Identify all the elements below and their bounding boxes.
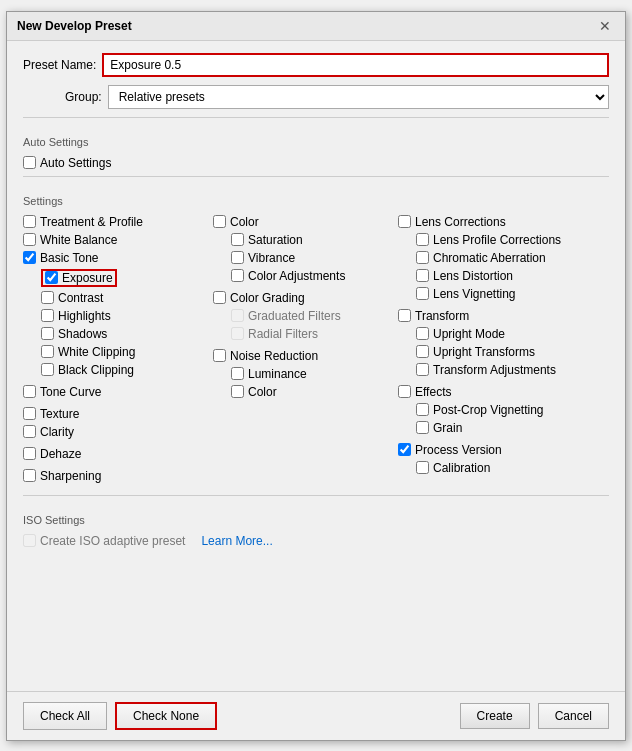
vibrance-label[interactable]: Vibrance bbox=[248, 251, 295, 265]
contrast-label[interactable]: Contrast bbox=[58, 291, 103, 305]
upright-transforms-label[interactable]: Upright Transforms bbox=[433, 345, 535, 359]
color-nr-label[interactable]: Color bbox=[248, 385, 277, 399]
upright-transforms-checkbox[interactable] bbox=[416, 345, 429, 358]
settings-col2: Color Saturation Vibrance Color Adjustme… bbox=[213, 213, 398, 485]
dehaze-label[interactable]: Dehaze bbox=[40, 447, 81, 461]
auto-settings-row: Auto Settings bbox=[23, 154, 609, 172]
treatment-profile-label[interactable]: Treatment & Profile bbox=[40, 215, 143, 229]
sharpening-label[interactable]: Sharpening bbox=[40, 469, 101, 483]
preset-name-input[interactable] bbox=[102, 53, 609, 77]
create-button[interactable]: Create bbox=[460, 703, 530, 729]
lens-distortion-row: Lens Distortion bbox=[416, 267, 609, 285]
lens-vignetting-checkbox[interactable] bbox=[416, 287, 429, 300]
effects-label[interactable]: Effects bbox=[415, 385, 451, 399]
color-adjustments-checkbox[interactable] bbox=[231, 269, 244, 282]
contrast-checkbox[interactable] bbox=[41, 291, 54, 304]
saturation-label[interactable]: Saturation bbox=[248, 233, 303, 247]
clarity-label[interactable]: Clarity bbox=[40, 425, 74, 439]
calibration-checkbox[interactable] bbox=[416, 461, 429, 474]
transform-adjustments-label[interactable]: Transform Adjustments bbox=[433, 363, 556, 377]
white-clipping-label[interactable]: White Clipping bbox=[58, 345, 135, 359]
close-button[interactable]: ✕ bbox=[595, 18, 615, 34]
group-select[interactable]: Relative presets User Presets Default bbox=[108, 85, 609, 109]
noise-reduction-label[interactable]: Noise Reduction bbox=[230, 349, 318, 363]
vibrance-checkbox[interactable] bbox=[231, 251, 244, 264]
exposure-row: Exposure bbox=[41, 267, 213, 289]
highlights-checkbox[interactable] bbox=[41, 309, 54, 322]
effects-row: Effects bbox=[398, 383, 609, 401]
post-crop-vignetting-checkbox[interactable] bbox=[416, 403, 429, 416]
cancel-button[interactable]: Cancel bbox=[538, 703, 609, 729]
create-iso-checkbox[interactable] bbox=[23, 534, 36, 547]
color-adjustments-label[interactable]: Color Adjustments bbox=[248, 269, 345, 283]
basic-tone-label[interactable]: Basic Tone bbox=[40, 251, 98, 265]
check-none-button[interactable]: Check None bbox=[115, 702, 217, 730]
check-all-button[interactable]: Check All bbox=[23, 702, 107, 730]
learn-more-link[interactable]: Learn More... bbox=[201, 534, 272, 548]
upright-transforms-row: Upright Transforms bbox=[416, 343, 609, 361]
white-clipping-checkbox[interactable] bbox=[41, 345, 54, 358]
texture-label[interactable]: Texture bbox=[40, 407, 79, 421]
dialog-window: New Develop Preset ✕ Preset Name: Group:… bbox=[6, 11, 626, 741]
chromatic-aberration-label[interactable]: Chromatic Aberration bbox=[433, 251, 546, 265]
chromatic-aberration-checkbox[interactable] bbox=[416, 251, 429, 264]
transform-label[interactable]: Transform bbox=[415, 309, 469, 323]
color-grading-label[interactable]: Color Grading bbox=[230, 291, 305, 305]
upright-mode-label[interactable]: Upright Mode bbox=[433, 327, 505, 341]
white-balance-checkbox[interactable] bbox=[23, 233, 36, 246]
color-nr-row: Color bbox=[231, 383, 398, 401]
basic-tone-checkbox[interactable] bbox=[23, 251, 36, 264]
lens-profile-checkbox[interactable] bbox=[416, 233, 429, 246]
shadows-label[interactable]: Shadows bbox=[58, 327, 107, 341]
lens-distortion-label[interactable]: Lens Distortion bbox=[433, 269, 513, 283]
grain-checkbox[interactable] bbox=[416, 421, 429, 434]
color-nr-checkbox[interactable] bbox=[231, 385, 244, 398]
tone-curve-label[interactable]: Tone Curve bbox=[40, 385, 101, 399]
grain-label[interactable]: Grain bbox=[433, 421, 462, 435]
calibration-label[interactable]: Calibration bbox=[433, 461, 490, 475]
highlights-label[interactable]: Highlights bbox=[58, 309, 111, 323]
black-clipping-label[interactable]: Black Clipping bbox=[58, 363, 134, 377]
upright-mode-checkbox[interactable] bbox=[416, 327, 429, 340]
shadows-checkbox[interactable] bbox=[41, 327, 54, 340]
group-row: Group: Relative presets User Presets Def… bbox=[65, 85, 609, 109]
treatment-profile-checkbox[interactable] bbox=[23, 215, 36, 228]
color-label[interactable]: Color bbox=[230, 215, 259, 229]
luminance-label[interactable]: Luminance bbox=[248, 367, 307, 381]
effects-checkbox[interactable] bbox=[398, 385, 411, 398]
auto-settings-checkbox[interactable] bbox=[23, 156, 36, 169]
lens-corrections-label[interactable]: Lens Corrections bbox=[415, 215, 506, 229]
luminance-checkbox[interactable] bbox=[231, 367, 244, 380]
white-balance-label[interactable]: White Balance bbox=[40, 233, 117, 247]
preset-name-label: Preset Name: bbox=[23, 58, 96, 72]
noise-reduction-checkbox[interactable] bbox=[213, 349, 226, 362]
auto-settings-label[interactable]: Auto Settings bbox=[40, 156, 111, 170]
radial-filters-label: Radial Filters bbox=[248, 327, 318, 341]
color-adjustments-row: Color Adjustments bbox=[231, 267, 398, 285]
radial-filters-checkbox[interactable] bbox=[231, 327, 244, 340]
clarity-checkbox[interactable] bbox=[23, 425, 36, 438]
graduated-filters-row: Graduated Filters bbox=[231, 307, 398, 325]
texture-checkbox[interactable] bbox=[23, 407, 36, 420]
process-version-checkbox[interactable] bbox=[398, 443, 411, 456]
transform-row: Transform bbox=[398, 307, 609, 325]
saturation-checkbox[interactable] bbox=[231, 233, 244, 246]
lens-distortion-checkbox[interactable] bbox=[416, 269, 429, 282]
post-crop-vignetting-row: Post-Crop Vignetting bbox=[416, 401, 609, 419]
sharpening-checkbox[interactable] bbox=[23, 469, 36, 482]
black-clipping-checkbox[interactable] bbox=[41, 363, 54, 376]
exposure-checkbox[interactable] bbox=[45, 271, 58, 284]
post-crop-vignetting-label[interactable]: Post-Crop Vignetting bbox=[433, 403, 544, 417]
transform-checkbox[interactable] bbox=[398, 309, 411, 322]
lens-vignetting-label[interactable]: Lens Vignetting bbox=[433, 287, 516, 301]
color-checkbox[interactable] bbox=[213, 215, 226, 228]
exposure-label[interactable]: Exposure bbox=[62, 271, 113, 285]
tone-curve-checkbox[interactable] bbox=[23, 385, 36, 398]
lens-corrections-checkbox[interactable] bbox=[398, 215, 411, 228]
lens-profile-label[interactable]: Lens Profile Corrections bbox=[433, 233, 561, 247]
color-grading-checkbox[interactable] bbox=[213, 291, 226, 304]
transform-adjustments-checkbox[interactable] bbox=[416, 363, 429, 376]
dehaze-checkbox[interactable] bbox=[23, 447, 36, 460]
graduated-filters-checkbox[interactable] bbox=[231, 309, 244, 322]
process-version-label[interactable]: Process Version bbox=[415, 443, 502, 457]
